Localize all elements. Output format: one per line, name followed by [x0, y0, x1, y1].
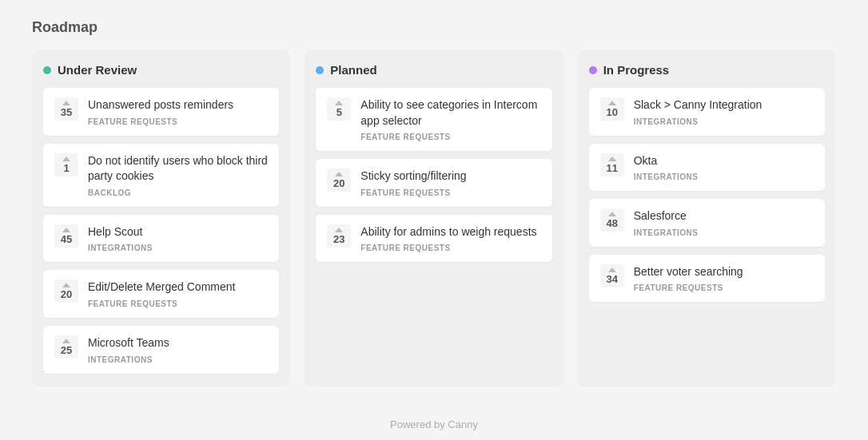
card-tag: FEATURE REQUESTS: [88, 299, 268, 308]
card-content: SalesforceINTEGRATIONS: [634, 208, 814, 237]
vote-count: 10: [606, 107, 617, 117]
column-in-progress: In Progress10Slack > Canny IntegrationIN…: [578, 50, 836, 386]
column-title-label: Planned: [330, 63, 376, 77]
upvote-arrow-icon: [62, 283, 70, 287]
card-tag: FEATURE REQUESTS: [634, 283, 814, 292]
card[interactable]: 11OktaINTEGRATIONS: [589, 144, 825, 192]
vote-count: 20: [61, 289, 72, 299]
vote-box[interactable]: 20: [54, 279, 78, 303]
card-content: Unanswered posts remindersFEATURE REQUES…: [88, 97, 268, 126]
vote-box[interactable]: 35: [54, 97, 78, 121]
vote-count: 45: [61, 234, 72, 244]
columns-container: Under Review35Unanswered posts reminders…: [32, 50, 836, 386]
card-title: Sticky sorting/filtering: [360, 168, 540, 184]
card-content: Ability for admins to weigh requestsFEAT…: [360, 224, 540, 253]
card-tag: FEATURE REQUESTS: [360, 133, 540, 141]
vote-count: 35: [61, 107, 72, 117]
card-content: OktaINTEGRATIONS: [634, 153, 814, 182]
vote-count: 5: [336, 107, 342, 117]
card-tag: FEATURE REQUESTS: [360, 244, 540, 252]
card[interactable]: 35Unanswered posts remindersFEATURE REQU…: [43, 88, 279, 136]
card-title: Salesforce: [634, 208, 814, 224]
vote-count: 48: [606, 218, 617, 228]
card[interactable]: 10Slack > Canny IntegrationINTEGRATIONS: [589, 88, 825, 136]
column-header-in-progress: In Progress: [589, 63, 825, 77]
footer-text: Powered by Canny: [390, 418, 478, 430]
column-planned: Planned5Ability to see categories in Int…: [305, 50, 563, 386]
vote-count: 1: [63, 163, 69, 173]
card[interactable]: 5Ability to see categories in Intercom a…: [316, 88, 551, 151]
column-status-dot: [316, 66, 324, 74]
vote-count: 20: [333, 178, 344, 188]
card-tag: INTEGRATIONS: [634, 228, 814, 237]
vote-count: 25: [61, 345, 72, 355]
card-tag: INTEGRATIONS: [88, 244, 268, 252]
card-content: Help ScoutINTEGRATIONS: [88, 224, 268, 253]
column-status-dot: [589, 66, 597, 74]
card-title: Unanswered posts reminders: [88, 97, 268, 113]
vote-box[interactable]: 48: [600, 208, 624, 232]
card[interactable]: 23Ability for admins to weigh requestsFE…: [316, 215, 551, 263]
card-title: Okta: [634, 153, 814, 169]
footer: Powered by Canny: [377, 406, 491, 440]
vote-box[interactable]: 5: [327, 97, 351, 121]
column-header-under-review: Under Review: [43, 63, 279, 77]
card-title: Microsoft Teams: [88, 335, 268, 351]
card[interactable]: 20Sticky sorting/filteringFEATURE REQUES…: [316, 159, 551, 207]
vote-box[interactable]: 45: [54, 224, 78, 248]
vote-box[interactable]: 11: [600, 153, 624, 176]
card-content: Ability to see categories in Intercom ap…: [360, 97, 540, 141]
upvote-arrow-icon: [335, 101, 343, 105]
card-title: Slack > Canny Integration: [634, 97, 814, 113]
upvote-arrow-icon: [608, 101, 616, 105]
vote-box[interactable]: 10: [600, 97, 624, 121]
card-content: Sticky sorting/filteringFEATURE REQUESTS: [360, 168, 540, 197]
card[interactable]: 48SalesforceINTEGRATIONS: [589, 199, 825, 247]
card[interactable]: 1Do not identify users who block third p…: [43, 144, 279, 207]
page-title: Roadmap: [32, 19, 836, 36]
card-content: Edit/Delete Merged CommentFEATURE REQUES…: [88, 279, 268, 308]
vote-box[interactable]: 1: [54, 153, 78, 176]
vote-count: 11: [606, 163, 617, 173]
page-wrapper: Roadmap Under Review35Unanswered posts r…: [0, 0, 868, 406]
card[interactable]: 20Edit/Delete Merged CommentFEATURE REQU…: [43, 270, 279, 318]
upvote-arrow-icon: [62, 339, 70, 343]
column-header-planned: Planned: [316, 63, 551, 77]
column-title-label: In Progress: [603, 63, 670, 77]
card[interactable]: 34Better voter searchingFEATURE REQUESTS: [589, 255, 825, 303]
card-title: Ability for admins to weigh requests: [360, 224, 540, 240]
card-content: Microsoft TeamsINTEGRATIONS: [88, 335, 268, 364]
upvote-arrow-icon: [335, 172, 343, 176]
card-tag: BACKLOG: [88, 188, 268, 197]
upvote-arrow-icon: [608, 268, 616, 272]
upvote-arrow-icon: [62, 101, 70, 105]
upvote-arrow-icon: [608, 212, 616, 216]
card-tag: INTEGRATIONS: [88, 355, 268, 364]
vote-box[interactable]: 25: [54, 335, 78, 359]
card-content: Slack > Canny IntegrationINTEGRATIONS: [634, 97, 814, 126]
vote-count: 34: [606, 274, 617, 284]
card-tag: FEATURE REQUESTS: [88, 117, 268, 126]
card[interactable]: 25Microsoft TeamsINTEGRATIONS: [43, 326, 279, 374]
card-title: Do not identify users who block third pa…: [88, 153, 268, 184]
column-title-label: Under Review: [58, 63, 137, 77]
card-title: Edit/Delete Merged Comment: [88, 279, 268, 295]
card-content: Do not identify users who block third pa…: [88, 153, 268, 197]
card-title: Ability to see categories in Intercom ap…: [360, 97, 540, 129]
vote-box[interactable]: 34: [600, 264, 624, 287]
card-tag: INTEGRATIONS: [634, 117, 814, 126]
card-tag: INTEGRATIONS: [634, 172, 814, 181]
vote-count: 23: [333, 234, 344, 244]
vote-box[interactable]: 20: [327, 168, 351, 192]
card-content: Better voter searchingFEATURE REQUESTS: [634, 264, 814, 293]
upvote-arrow-icon: [335, 228, 343, 232]
card-title: Help Scout: [88, 224, 268, 240]
card[interactable]: 45Help ScoutINTEGRATIONS: [43, 215, 279, 263]
column-status-dot: [43, 66, 51, 74]
upvote-arrow-icon: [62, 157, 70, 161]
upvote-arrow-icon: [62, 228, 70, 232]
card-title: Better voter searching: [634, 264, 814, 280]
vote-box[interactable]: 23: [327, 224, 351, 248]
column-under-review: Under Review35Unanswered posts reminders…: [32, 50, 290, 386]
card-tag: FEATURE REQUESTS: [360, 188, 540, 197]
